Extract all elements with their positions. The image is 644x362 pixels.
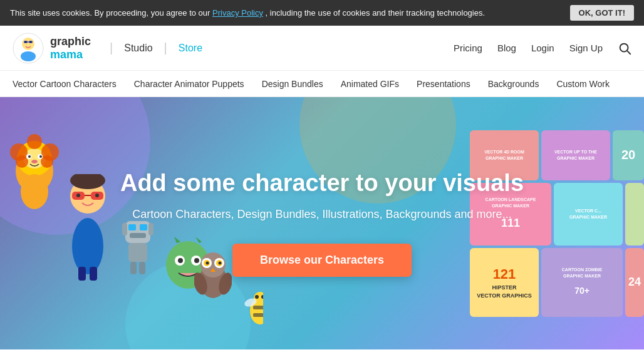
logo-icon (13, 33, 44, 64)
subnav-vector-cartoon[interactable]: Vector Cartoon Characters (13, 79, 117, 89)
svg-point-30 (76, 194, 80, 197)
svg-rect-34 (78, 267, 86, 281)
svg-point-31 (95, 194, 99, 197)
svg-rect-7 (29, 41, 33, 43)
pricing-link[interactable]: Pricing (454, 43, 482, 53)
thumb-2: VECTOR UP TO THEGRAPHIC MAKER (541, 130, 610, 180)
header: graphicmama | Studio | Store Pricing Blo… (0, 26, 644, 71)
bee-character (244, 287, 263, 331)
lion-character (0, 124, 69, 212)
svg-line-11 (627, 51, 630, 54)
hero-section: Add some character to your visuals Carto… (0, 97, 644, 349)
search-icon (618, 41, 631, 55)
subnav-backgrounds[interactable]: Backgrounds (488, 79, 539, 89)
svg-point-17 (27, 134, 42, 149)
svg-point-24 (31, 160, 38, 163)
svg-rect-35 (90, 267, 97, 281)
svg-point-33 (72, 218, 103, 274)
header-right: Pricing Blog Login Sign Up (454, 41, 631, 55)
subnav-character-animator[interactable]: Character Animator Puppets (134, 79, 244, 89)
privacy-policy-link[interactable]: Privacy Policy (212, 8, 263, 18)
nav-tab-studio[interactable]: Studio (113, 26, 164, 71)
signup-link[interactable]: Sign Up (569, 43, 603, 53)
thumb-8: CARTOON ZOMBIEGRAPHIC MAKER70+ (541, 248, 623, 317)
cookie-message-end: , including the use of cookies and their… (266, 8, 486, 18)
svg-rect-64 (253, 306, 263, 309)
svg-rect-6 (24, 41, 28, 43)
cookie-text: This site uses cookies. By proceeding, y… (10, 8, 485, 18)
subnav-animated-gifs[interactable]: Animated GIFs (341, 79, 399, 89)
nav-tab-store[interactable]: Store (167, 26, 214, 71)
svg-point-18 (16, 155, 28, 168)
subnav-presentations[interactable]: Presentations (417, 79, 470, 89)
cookie-banner: This site uses cookies. By proceeding, y… (0, 0, 644, 26)
logo-text: graphicmama (50, 35, 91, 61)
hero-subtitle: Cartoon Characters, Design Bundles, Illu… (120, 208, 524, 221)
main-nav: Studio | Store (113, 26, 214, 71)
sub-nav: Vector Cartoon Characters Character Anim… (0, 71, 644, 97)
browse-characters-button[interactable]: Browse our Characters (232, 244, 412, 277)
search-button[interactable] (618, 41, 631, 55)
login-link[interactable]: Login (531, 43, 554, 53)
hero-content: Add some character to your visuals Carto… (120, 170, 524, 277)
svg-point-23 (39, 155, 42, 158)
blog-link[interactable]: Blog (497, 43, 516, 53)
logo-area[interactable]: graphicmama (13, 33, 91, 64)
thumb-6 (625, 183, 644, 246)
svg-point-22 (28, 155, 31, 158)
svg-point-67 (255, 295, 259, 299)
thumb-5: VECTOR C...GRAPHIC MAKER (554, 183, 623, 246)
svg-point-19 (41, 155, 53, 168)
hero-title: Add some character to your visuals (120, 170, 524, 197)
svg-point-9 (21, 51, 36, 61)
hipster-girl-character (60, 174, 116, 281)
svg-rect-65 (253, 313, 263, 317)
subnav-custom-work[interactable]: Custom Work (556, 79, 610, 89)
svg-point-1 (22, 38, 34, 50)
subnav-design-bundles[interactable]: Design Bundles (262, 79, 323, 89)
svg-point-25 (21, 174, 48, 209)
cookie-ok-button[interactable]: OK, GOT IT! (570, 5, 634, 21)
cookie-message: This site uses cookies. By proceeding, y… (10, 8, 210, 18)
thumb-9: 24 (625, 248, 644, 317)
thumb-3: 20 (613, 130, 644, 180)
